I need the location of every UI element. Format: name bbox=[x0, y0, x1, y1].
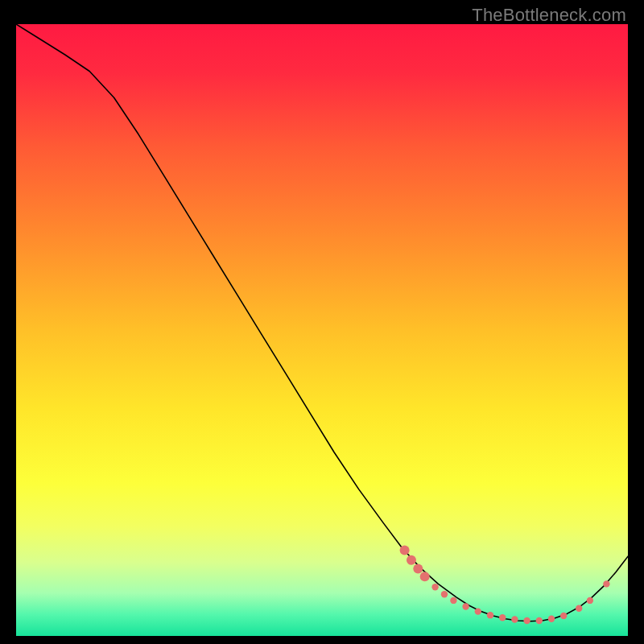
data-marker bbox=[407, 555, 416, 565]
data-marker bbox=[536, 617, 543, 624]
data-marker bbox=[603, 580, 609, 587]
data-marker bbox=[576, 605, 582, 612]
data-marker bbox=[487, 612, 493, 618]
data-marker bbox=[587, 597, 593, 604]
data-marker bbox=[413, 564, 423, 573]
data-marker bbox=[523, 617, 530, 624]
gradient-background bbox=[16, 24, 628, 636]
data-marker bbox=[441, 591, 448, 597]
data-marker bbox=[511, 616, 518, 622]
data-marker bbox=[475, 608, 481, 614]
bottleneck-chart bbox=[16, 24, 628, 636]
data-marker bbox=[499, 614, 506, 621]
data-marker bbox=[420, 572, 430, 581]
chart-area bbox=[16, 24, 628, 636]
watermark-text: TheBottleneck.com bbox=[472, 5, 626, 26]
data-marker bbox=[548, 616, 555, 622]
data-marker bbox=[450, 597, 456, 604]
data-marker bbox=[431, 584, 438, 590]
data-marker bbox=[560, 613, 567, 619]
data-marker bbox=[462, 603, 469, 609]
data-marker bbox=[400, 546, 410, 555]
